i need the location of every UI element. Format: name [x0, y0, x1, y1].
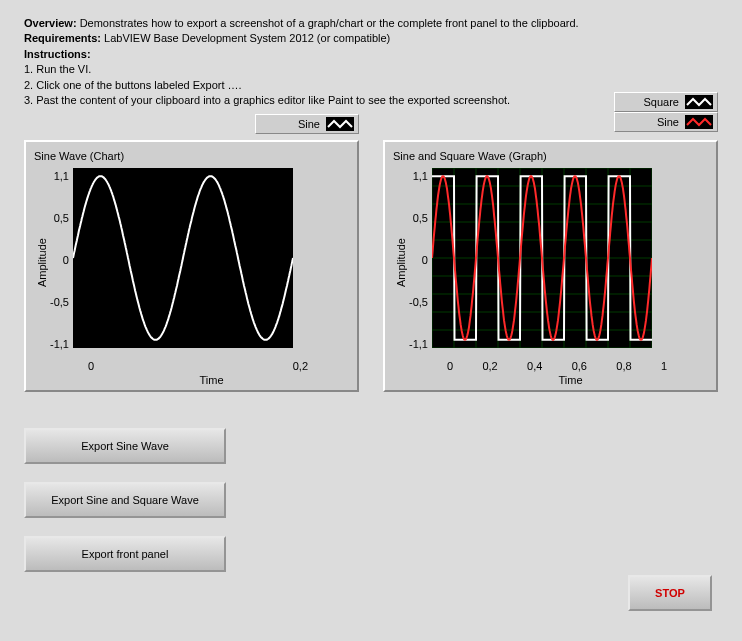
instructions-label: Instructions: — [24, 48, 91, 60]
chart2-plot-area — [432, 168, 652, 348]
ytick: -1,1 — [409, 338, 428, 350]
overview-text: Demonstrates how to export a screenshot … — [77, 17, 579, 29]
chart2-yticks: 1,1 0,5 0 -0,5 -1,1 — [409, 170, 432, 350]
chart1-ylabel: Amplitude — [34, 168, 50, 358]
ytick: 0,5 — [413, 212, 428, 224]
overview-label: Overview: — [24, 17, 77, 29]
requirements-text: LabVIEW Base Development System 2012 (or… — [101, 32, 390, 44]
chart2-ylabel: Amplitude — [393, 168, 409, 358]
xtick: 0 — [447, 360, 453, 372]
legend-item-sine[interactable]: Sine — [614, 112, 718, 132]
chart1-legend: Sine — [255, 114, 359, 134]
export-sine-button[interactable]: Export Sine Wave — [24, 428, 226, 464]
xtick: 0,2 — [293, 360, 308, 372]
chart2-xlabel: Time — [433, 372, 708, 386]
legend-item-sine[interactable]: Sine — [255, 114, 359, 134]
chart1-title: Sine Wave (Chart) — [34, 150, 124, 162]
xtick: 0,6 — [572, 360, 587, 372]
sine-wave-chart[interactable]: Sine Sine Wave (Chart) Amplitude 1,1 0,5… — [24, 140, 359, 392]
legend-label: Square — [644, 96, 679, 108]
chart1-plot-area — [73, 168, 293, 348]
xtick: 0,8 — [616, 360, 631, 372]
requirements-label: Requirements: — [24, 32, 101, 44]
instructions-step-2: 2. Click one of the buttons labeled Expo… — [24, 78, 718, 93]
sine-square-wave-graph[interactable]: Square Sine Sine and Square Wave (Graph)… — [383, 140, 718, 392]
stop-button[interactable]: STOP — [628, 575, 712, 611]
xtick: 0,2 — [482, 360, 497, 372]
line-style-icon[interactable] — [685, 95, 713, 109]
ytick: 0,5 — [54, 212, 69, 224]
legend-label: Sine — [657, 116, 679, 128]
chart1-xticks: 0 0,2 — [88, 358, 308, 372]
xtick: 0,4 — [527, 360, 542, 372]
ytick: -0,5 — [409, 296, 428, 308]
xtick: 1 — [661, 360, 667, 372]
chart1-xlabel: Time — [74, 372, 349, 386]
line-style-icon[interactable] — [685, 115, 713, 129]
export-sine-square-button[interactable]: Export Sine and Square Wave — [24, 482, 226, 518]
ytick: 0 — [422, 254, 428, 266]
ytick: 1,1 — [54, 170, 69, 182]
ytick: 0 — [63, 254, 69, 266]
chart2-legend: Square Sine — [614, 92, 718, 132]
chart2-xticks: 0 0,2 0,4 0,6 0,8 1 — [447, 358, 667, 372]
xtick: 0 — [88, 360, 94, 372]
chart1-yticks: 1,1 0,5 0 -0,5 -1,1 — [50, 170, 73, 350]
ytick: -0,5 — [50, 296, 69, 308]
line-style-icon[interactable] — [326, 117, 354, 131]
legend-item-square[interactable]: Square — [614, 92, 718, 112]
chart2-title: Sine and Square Wave (Graph) — [393, 150, 547, 162]
legend-label: Sine — [298, 118, 320, 130]
ytick: -1,1 — [50, 338, 69, 350]
ytick: 1,1 — [413, 170, 428, 182]
export-front-panel-button[interactable]: Export front panel — [24, 536, 226, 572]
instructions-step-1: 1. Run the VI. — [24, 62, 718, 77]
